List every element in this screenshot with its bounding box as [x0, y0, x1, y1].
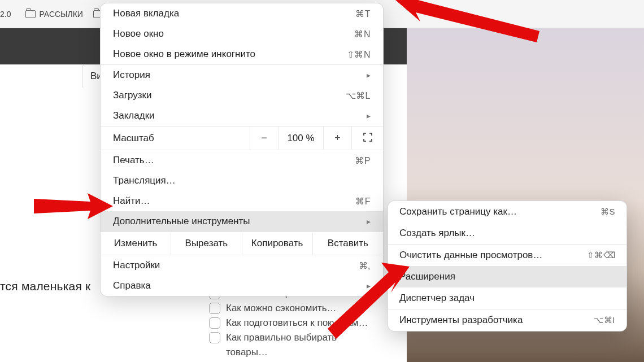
menu-item-new-tab[interactable]: Новая вкладка ⌘T: [101, 3, 383, 24]
submenu-item-clear-data[interactable]: Очистить данные просмотров… ⇧⌘⌫: [388, 245, 626, 266]
menu-item-label: Загрузки: [113, 90, 151, 101]
folder-icon: [25, 10, 36, 18]
checklist: Как можно зарабатывать… Как можно сэконо…: [209, 288, 368, 361]
menu-item-label: Новое окно в режиме инкогнито: [113, 49, 255, 60]
chrome-main-menu[interactable]: Новая вкладка ⌘T Новое окно ⌘N Новое окн…: [100, 3, 384, 296]
list-item-label: Как правильно выбирать: [226, 332, 337, 343]
menu-item-label: Создать ярлык…: [399, 228, 475, 239]
menu-item-label: Настройки: [113, 260, 160, 271]
list-item[interactable]: Как правильно выбирать: [209, 332, 368, 343]
menu-item-label: Сохранить страницу как…: [399, 206, 517, 217]
menu-item-find[interactable]: Найти… ⌘F: [101, 191, 383, 211]
bookmark-bar: 2.0 РАССЫЛКИ: [0, 10, 103, 19]
list-item[interactable]: товары…: [226, 347, 368, 358]
submenu-item-save-page[interactable]: Сохранить страницу как… ⌘S: [388, 201, 626, 223]
menu-item-label: Трансляция…: [113, 175, 176, 186]
submenu-item-extensions[interactable]: Расширения: [388, 266, 626, 287]
menu-item-bookmarks[interactable]: Закладки ▸: [101, 106, 383, 126]
submenu-item-dev-tools[interactable]: Инструменты разработчика ⌥⌘I: [388, 309, 626, 331]
menu-item-label: Расширения: [399, 271, 455, 282]
menu-item-label: Новая вкладка: [113, 8, 179, 19]
list-item-label: Как можно сэкономить…: [226, 303, 337, 314]
menu-item-new-incognito[interactable]: Новое окно в режиме инкогнито ⇧⌘N: [101, 44, 383, 64]
menu-item-label: Закладки: [113, 110, 155, 121]
fullscreen-button[interactable]: [351, 127, 383, 150]
list-item[interactable]: Как можно сэкономить…: [209, 303, 368, 314]
more-tools-submenu[interactable]: Сохранить страницу как… ⌘S Создать ярлык…: [388, 200, 627, 332]
menu-item-history[interactable]: История ▸: [101, 65, 383, 85]
chevron-right-icon: ▸: [367, 111, 371, 120]
menu-item-shortcut: ⌘N: [354, 29, 371, 40]
menu-item-label: Новое окно: [113, 28, 164, 40]
bookmark-fragment: 2.0: [0, 10, 11, 19]
chevron-right-icon: ▸: [367, 281, 371, 290]
menu-edit-row: Изменить Вырезать Копировать Вставить: [101, 232, 383, 255]
menu-item-shortcut: ⇧⌘N: [347, 49, 371, 60]
menu-item-label: Очистить данные просмотров…: [399, 250, 542, 261]
menu-item-new-window[interactable]: Новое окно ⌘N: [101, 24, 383, 44]
menu-item-more-tools[interactable]: Дополнительные инструменты ▸: [101, 211, 383, 232]
menu-item-label: Дополнительные инструменты: [113, 216, 250, 227]
menu-item-shortcut: ⌘S: [601, 207, 615, 217]
menu-item-paste[interactable]: Вставить: [312, 232, 383, 255]
menu-item-label: История: [113, 69, 150, 81]
menu-item-print[interactable]: Печать… ⌘P: [101, 150, 383, 171]
menu-item-zoom: Масштаб − 100 % +: [101, 126, 383, 150]
menu-item-settings[interactable]: Настройки ⌘,: [101, 255, 383, 276]
menu-item-shortcut: ⌘T: [355, 8, 371, 19]
menu-item-shortcut: ⌘,: [359, 260, 371, 271]
menu-item-copy[interactable]: Копировать: [242, 232, 312, 255]
zoom-out-button[interactable]: −: [250, 127, 278, 150]
menu-item-label: Справка: [113, 280, 151, 291]
list-item[interactable]: Как подготовиться к покупкам…: [209, 317, 368, 329]
chevron-right-icon: ▸: [367, 71, 371, 80]
zoom-percentage: 100 %: [278, 127, 323, 150]
menu-item-label: Диспетчер задач: [399, 293, 475, 304]
submenu-item-create-shortcut[interactable]: Создать ярлык…: [388, 223, 626, 244]
list-item-label: Как подготовиться к покупкам…: [226, 317, 368, 329]
menu-item-edit-label: Изменить: [101, 232, 171, 255]
checkbox-icon[interactable]: [209, 317, 220, 329]
menu-item-shortcut: ⌥⌘I: [594, 315, 615, 325]
menu-item-label: Печать…: [113, 155, 154, 166]
submenu-item-task-manager[interactable]: Диспетчер задач: [388, 287, 626, 309]
menu-item-label: Инструменты разработчика: [399, 315, 523, 326]
checkbox-icon[interactable]: [209, 332, 220, 343]
menu-item-label: Найти…: [113, 195, 150, 207]
menu-item-shortcut: ⌘P: [355, 155, 371, 166]
chevron-right-icon: ▸: [367, 217, 371, 226]
zoom-in-button[interactable]: +: [323, 127, 351, 150]
checkbox-icon[interactable]: [209, 303, 220, 314]
bookmark-folder-label[interactable]: РАССЫЛКИ: [39, 10, 82, 19]
menu-item-downloads[interactable]: Загрузки ⌥⌘L: [101, 85, 383, 106]
page-text-fragment: тся маленькая к: [0, 280, 90, 293]
list-item-label: товары…: [226, 347, 268, 358]
menu-item-help[interactable]: Справка ▸: [101, 276, 383, 296]
menu-item-shortcut: ⌘F: [355, 196, 371, 207]
menu-item-cut[interactable]: Вырезать: [171, 232, 241, 255]
menu-item-cast[interactable]: Трансляция…: [101, 171, 383, 191]
menu-item-shortcut: ⌥⌘L: [346, 90, 371, 101]
menu-item-label: Масштаб: [101, 127, 250, 150]
fullscreen-icon: [363, 133, 372, 142]
menu-item-shortcut: ⇧⌘⌫: [587, 250, 616, 260]
